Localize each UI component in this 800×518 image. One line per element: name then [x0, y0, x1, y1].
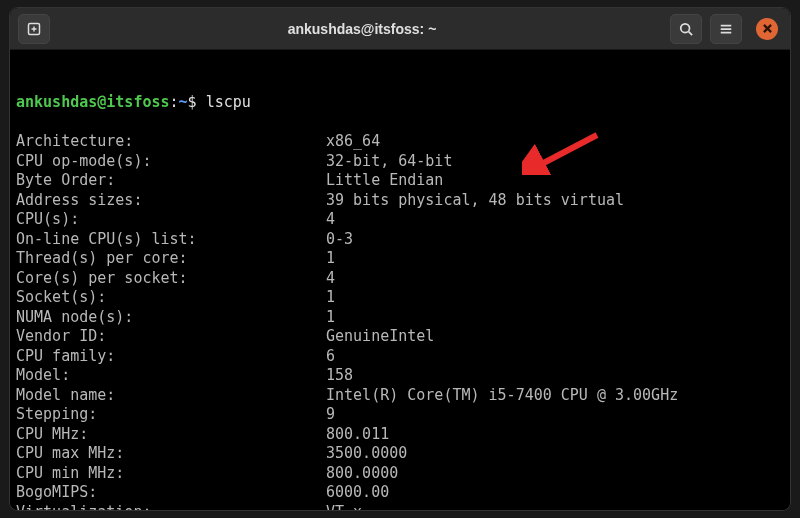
- output-row: CPU(s):4: [16, 210, 786, 230]
- output-value: 1: [326, 249, 335, 267]
- output-value: Intel(R) Core(TM) i5-7400 CPU @ 3.00GHz: [326, 386, 678, 404]
- output-key: Virtualization:: [16, 503, 326, 511]
- output-value: 3500.0000: [326, 444, 407, 462]
- output-key: Stepping:: [16, 405, 326, 425]
- output-value: 39 bits physical, 48 bits virtual: [326, 191, 624, 209]
- output-row: Architecture:x86_64: [16, 132, 786, 152]
- output-row: CPU min MHz:800.0000: [16, 464, 786, 484]
- output-value: x86_64: [326, 132, 380, 150]
- output-key: Address sizes:: [16, 191, 326, 211]
- output-value: 4: [326, 269, 335, 287]
- output-row: CPU op-mode(s):32-bit, 64-bit: [16, 152, 786, 172]
- output-key: BogoMIPS:: [16, 483, 326, 503]
- output-row: Thread(s) per core:1: [16, 249, 786, 269]
- output-key: Socket(s):: [16, 288, 326, 308]
- window-title: ankushdas@itsfoss: ~: [54, 21, 670, 37]
- output-value: 32-bit, 64-bit: [326, 152, 452, 170]
- output-row: Stepping:9: [16, 405, 786, 425]
- prompt-dollar: $: [188, 93, 206, 111]
- output-value: 6000.00: [326, 483, 389, 501]
- new-tab-button[interactable]: [18, 14, 50, 44]
- output-key: Byte Order:: [16, 171, 326, 191]
- output-value: 1: [326, 308, 335, 326]
- output-row: Model:158: [16, 366, 786, 386]
- output-row: CPU max MHz:3500.0000: [16, 444, 786, 464]
- search-icon: [679, 22, 693, 36]
- output-value: 0-3: [326, 230, 353, 248]
- terminal-window: ankushdas@itsfoss: ~ ankushdas@itsfoss:~…: [10, 8, 790, 510]
- output-row: CPU MHz:800.011: [16, 425, 786, 445]
- titlebar-right: [670, 14, 782, 44]
- output-value: 9: [326, 405, 335, 423]
- prompt-separator: :: [170, 93, 179, 111]
- output-row: Address sizes:39 bits physical, 48 bits …: [16, 191, 786, 211]
- output-key: CPU max MHz:: [16, 444, 326, 464]
- new-tab-icon: [26, 21, 42, 37]
- output-key: On-line CPU(s) list:: [16, 230, 326, 250]
- output-row: Virtualization:VT-x: [16, 503, 786, 511]
- output-value: GenuineIntel: [326, 327, 434, 345]
- prompt-line: ankushdas@itsfoss:~$ lscpu: [16, 93, 786, 113]
- output-value: 800.0000: [326, 464, 398, 482]
- output-value: Little Endian: [326, 171, 443, 189]
- output-value: VT-x: [326, 503, 362, 511]
- output-row: Core(s) per socket:4: [16, 269, 786, 289]
- output-key: CPU family:: [16, 347, 326, 367]
- menu-button[interactable]: [710, 14, 742, 44]
- output-key: Thread(s) per core:: [16, 249, 326, 269]
- output-key: CPU min MHz:: [16, 464, 326, 484]
- output-row: Model name:Intel(R) Core(TM) i5-7400 CPU…: [16, 386, 786, 406]
- output-value: 4: [326, 210, 335, 228]
- titlebar: ankushdas@itsfoss: ~: [10, 8, 790, 50]
- svg-line-4: [689, 31, 693, 35]
- search-button[interactable]: [670, 14, 702, 44]
- output-key: CPU op-mode(s):: [16, 152, 326, 172]
- output-row: Byte Order:Little Endian: [16, 171, 786, 191]
- close-icon: [763, 24, 772, 33]
- output-key: NUMA node(s):: [16, 308, 326, 328]
- output-key: Architecture:: [16, 132, 326, 152]
- output-key: Vendor ID:: [16, 327, 326, 347]
- output-value: 800.011: [326, 425, 389, 443]
- output-row: NUMA node(s):1: [16, 308, 786, 328]
- output-key: CPU MHz:: [16, 425, 326, 445]
- prompt-user-host: ankushdas@itsfoss: [16, 93, 170, 111]
- hamburger-icon: [719, 22, 733, 36]
- output-value: 1: [326, 288, 335, 306]
- output-key: CPU(s):: [16, 210, 326, 230]
- output-value: 6: [326, 347, 335, 365]
- output-row: CPU family:6: [16, 347, 786, 367]
- output-row: Vendor ID:GenuineIntel: [16, 327, 786, 347]
- output-key: Core(s) per socket:: [16, 269, 326, 289]
- output-key: Model:: [16, 366, 326, 386]
- output-value: 158: [326, 366, 353, 384]
- output-row: On-line CPU(s) list:0-3: [16, 230, 786, 250]
- terminal-body[interactable]: ankushdas@itsfoss:~$ lscpu Architecture:…: [10, 50, 790, 510]
- svg-point-3: [681, 23, 690, 32]
- close-button[interactable]: [756, 18, 778, 40]
- prompt-command: lscpu: [206, 93, 251, 111]
- prompt-path: ~: [179, 93, 188, 111]
- output-key: Model name:: [16, 386, 326, 406]
- output-row: BogoMIPS:6000.00: [16, 483, 786, 503]
- output-row: Socket(s):1: [16, 288, 786, 308]
